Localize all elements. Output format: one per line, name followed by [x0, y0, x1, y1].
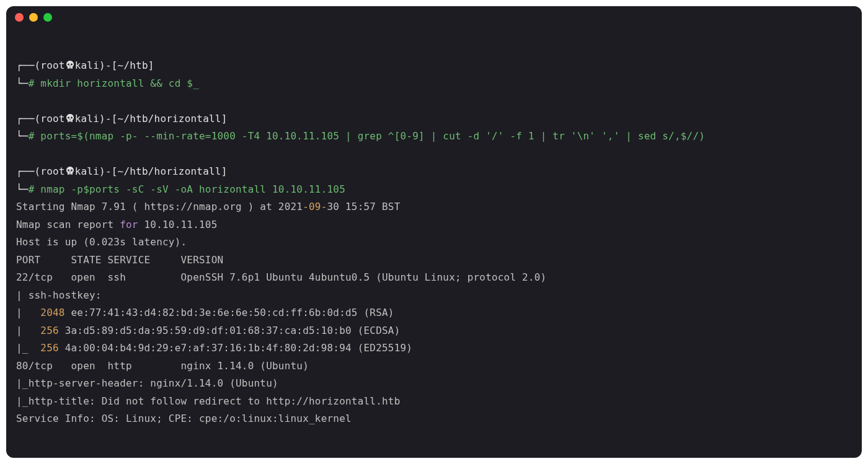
prompt-cwd: ~/htb: [118, 59, 148, 71]
output-segment: -09-: [303, 201, 327, 212]
output-segment: Service Info: OS: Linux; CPE: cpe:/o:lin…: [16, 413, 352, 424]
prompt-cwd: ~/htb/horizontall: [118, 113, 221, 125]
output-line: |_http-server-header: nginx/1.14.0 (Ubun…: [16, 375, 857, 393]
output-line: | 256 3a:d5:89:d5:da:95:59:d9:df:01:68:3…: [16, 322, 857, 340]
output-segment: 80/tcp open http nginx 1.14.0 (Ubuntu): [16, 360, 309, 372]
prompt-line-top: ┌──(rootkali)-[~/htb]: [16, 57, 857, 75]
prompt-dash-bracket: -[: [105, 113, 118, 125]
skull-icon: [65, 113, 75, 123]
output-segment: 256: [40, 325, 59, 336]
skull-icon: [65, 60, 75, 70]
command-text: mkdir horizontall && cd $_: [40, 77, 199, 89]
svg-point-0: [68, 64, 69, 66]
blank-line: [16, 92, 857, 110]
output-line: | 2048 ee:77:41:43:d4:82:bd:3e:6e:6e:50:…: [16, 304, 857, 322]
prompt-corner-bottom: └─: [16, 77, 29, 89]
output-segment: |_http-server-header: nginx/1.14.0 (Ubun…: [16, 377, 278, 389]
prompt-dash-bracket: -[: [105, 165, 118, 177]
titlebar: [6, 6, 862, 28]
output-line: Starting Nmap 7.91 ( https://nmap.org ) …: [16, 198, 857, 216]
output-segment: |_http-title: Did not follow redirect to…: [16, 395, 400, 407]
prompt-corner-bottom: └─: [16, 183, 29, 195]
prompt-user: root: [40, 165, 64, 177]
zoom-icon[interactable]: [43, 13, 52, 22]
minimize-icon[interactable]: [29, 13, 38, 22]
prompt-host: kali: [75, 59, 99, 71]
prompt-close-paren: ): [99, 165, 105, 177]
output-line: |_ 256 4a:00:04:b4:9d:29:e7:af:37:16:1b:…: [16, 339, 857, 357]
svg-point-5: [71, 170, 73, 172]
output-segment: 2048: [40, 307, 64, 318]
output-line: |_http-title: Did not follow redirect to…: [16, 393, 857, 411]
output-line: 80/tcp open http nginx 1.14.0 (Ubuntu): [16, 357, 857, 375]
prompt-host: kali: [75, 113, 99, 125]
terminal-window: ┌──(rootkali)-[~/htb]└─# mkdir horizonta…: [6, 6, 862, 458]
output-segment: Nmap scan report: [16, 219, 120, 230]
output-line: | ssh-hostkey:: [16, 287, 857, 305]
prompt-user: root: [40, 113, 64, 125]
svg-point-4: [68, 170, 69, 172]
output-segment: PORT STATE SERVICE VERSION: [16, 254, 223, 266]
prompt-user: root: [40, 59, 64, 71]
close-icon[interactable]: [15, 13, 24, 22]
prompt-bracket-close: ]: [221, 113, 228, 125]
output-segment: 256: [40, 342, 59, 354]
prompt-host: kali: [75, 165, 99, 177]
prompt-line-bottom: └─# mkdir horizontall && cd $_: [16, 75, 857, 93]
output-segment: 3a:d5:89:d5:da:95:59:d9:df:01:68:37:ca:d…: [59, 325, 401, 336]
prompt-close-paren: ): [99, 59, 105, 71]
output-segment: Starting Nmap 7.91 ( https://nmap.org ) …: [16, 201, 303, 212]
output-segment: 4a:00:04:b4:9d:29:e7:af:37:16:1b:4f:80:2…: [59, 342, 412, 354]
prompt-corner-bottom: └─: [16, 130, 29, 142]
prompt-close-paren: ): [99, 113, 105, 125]
prompt-line-bottom: └─# nmap -p$ports -sC -sV -oA horizontal…: [16, 181, 857, 199]
blank-line: [16, 146, 857, 164]
skull-icon: [65, 166, 75, 176]
output-segment: | ssh-hostkey:: [16, 289, 102, 301]
prompt-hash: #: [29, 77, 41, 89]
prompt-hash: #: [29, 130, 41, 142]
prompt-bracket-close: ]: [221, 165, 228, 177]
svg-point-1: [71, 64, 73, 66]
prompt-corner: ┌──(: [16, 165, 40, 177]
prompt-hash: #: [29, 183, 41, 195]
output-segment: |: [16, 307, 40, 318]
output-line: Nmap scan report for 10.10.11.105: [16, 216, 857, 234]
output-segment: for: [120, 219, 138, 230]
output-segment: ee:77:41:43:d4:82:bd:3e:6e:6e:50:cd:ff:6…: [65, 307, 394, 318]
prompt-cwd: ~/htb/horizontall: [118, 165, 221, 177]
prompt-corner: ┌──(: [16, 113, 40, 125]
prompt-bracket-close: ]: [148, 59, 154, 71]
output-line: Service Info: OS: Linux; CPE: cpe:/o:lin…: [16, 410, 857, 428]
output-line: PORT STATE SERVICE VERSION: [16, 252, 857, 269]
svg-point-2: [68, 116, 69, 118]
output-segment: 22/tcp open ssh OpenSSH 7.6p1 Ubuntu 4ub…: [16, 271, 546, 283]
output-line: Host is up (0.023s latency).: [16, 234, 857, 252]
prompt-dash-bracket: -[: [105, 59, 118, 71]
output-line: 22/tcp open ssh OpenSSH 7.6p1 Ubuntu 4ub…: [16, 269, 857, 287]
prompt-line-top: ┌──(rootkali)-[~/htb/horizontall]: [16, 163, 857, 181]
output-segment: 30 15:57 BST: [327, 201, 401, 212]
prompt-line-top: ┌──(rootkali)-[~/htb/horizontall]: [16, 110, 857, 128]
terminal-content[interactable]: ┌──(rootkali)-[~/htb]└─# mkdir horizonta…: [6, 28, 862, 428]
command-text: ports=$(nmap -p- --min-rate=1000 -T4 10.…: [40, 130, 705, 142]
output-segment: Host is up (0.023s latency).: [16, 236, 187, 248]
prompt-line-bottom: └─# ports=$(nmap -p- --min-rate=1000 -T4…: [16, 128, 857, 146]
command-text: nmap -p$ports -sC -sV -oA horizontall 10…: [40, 183, 345, 195]
output-segment: |_: [16, 342, 40, 354]
prompt-corner: ┌──(: [16, 59, 40, 71]
output-segment: |: [16, 325, 40, 336]
output-segment: 10.10.11.105: [138, 219, 218, 230]
svg-point-3: [71, 116, 73, 118]
